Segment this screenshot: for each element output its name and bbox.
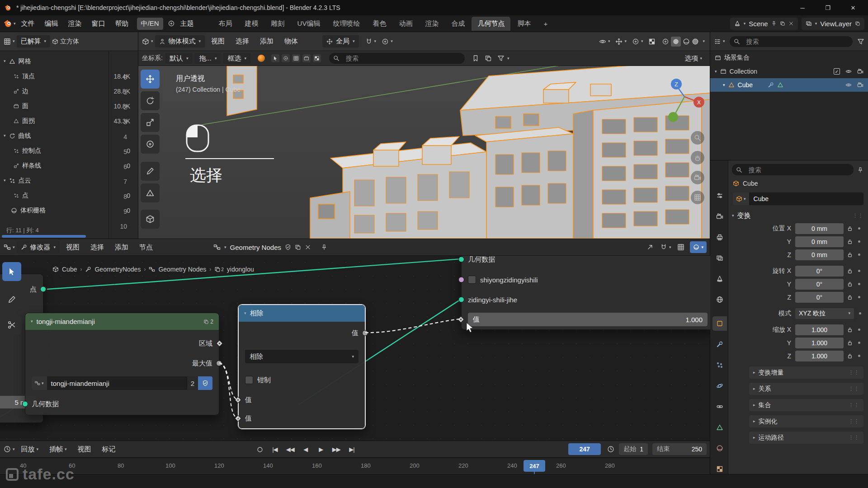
node-tool-cut-links[interactable] <box>2 315 21 334</box>
node-group-tongji[interactable]: ▾ tongji-miandemianji 2 区域 最大值 <box>25 313 219 415</box>
lock-icon[interactable] <box>847 327 853 333</box>
transform-orientation-dropdown[interactable]: 全局▾ <box>322 35 359 47</box>
tool-scale[interactable] <box>141 113 160 132</box>
select-mode-2-icon[interactable] <box>282 54 290 62</box>
select-mode-1-icon[interactable] <box>271 54 279 62</box>
filter-funnel-icon[interactable] <box>497 55 505 62</box>
geometry2-input-socket[interactable] <box>458 297 464 303</box>
tab-object-data[interactable] <box>712 420 727 435</box>
select-box-dropdown[interactable]: 框选▾ <box>223 53 250 64</box>
playhead[interactable]: 247 <box>524 460 545 472</box>
section-relations[interactable]: ▸关系⋮⋮ <box>749 383 863 395</box>
decorator-dot[interactable] <box>858 296 860 298</box>
viewport-menu-view[interactable]: 视图 <box>207 32 229 51</box>
decorator-dot[interactable] <box>858 227 860 230</box>
play-button[interactable]: ▶ <box>314 443 328 455</box>
viewport-search[interactable] <box>329 53 465 64</box>
camera-view-button[interactable] <box>691 171 704 184</box>
shield-icon[interactable] <box>285 244 291 250</box>
viewport-menu-select[interactable]: 选择 <box>231 32 254 51</box>
timeline-ruler[interactable]: 4060 80100 120140 160180 200220 240260 2… <box>0 458 710 474</box>
shading-wireframe-icon[interactable] <box>662 38 669 45</box>
hide-eye-icon[interactable] <box>845 82 852 88</box>
tab-geometry-nodes[interactable]: 几何节点 <box>472 17 510 31</box>
timeline-menu-marker[interactable]: 标记 <box>98 441 120 457</box>
new-scene-icon[interactable] <box>780 21 785 26</box>
node-menu-select[interactable]: 选择 <box>86 239 108 255</box>
coord-default-dropdown[interactable]: 默认▾ <box>165 53 193 64</box>
mode-dropdown[interactable]: 物体模式▾ <box>155 35 205 47</box>
xray-toggle-icon[interactable] <box>648 38 656 45</box>
section-delta-transform[interactable]: ▸变换增量⋮⋮ <box>749 366 863 379</box>
decorator-dot[interactable] <box>858 328 860 331</box>
tab-compositing[interactable]: 合成 <box>445 17 471 31</box>
rot-y-field[interactable]: 0° <box>795 279 844 290</box>
tab-viewlayer[interactable] <box>712 251 727 265</box>
shading-solid-icon[interactable] <box>671 37 681 47</box>
outliner-collection[interactable]: ▾ Collection ✓ <box>710 65 868 78</box>
tab-modifiers[interactable] <box>712 337 727 352</box>
outliner-search[interactable] <box>730 36 853 47</box>
zoom-button[interactable] <box>691 131 704 145</box>
node-menu-view[interactable]: 视图 <box>61 239 84 255</box>
node-header[interactable]: ▾ 相除 <box>239 305 365 322</box>
use-preview-range-icon[interactable] <box>607 446 614 453</box>
outliner-object-cube[interactable]: ▾ Cube <box>710 78 868 92</box>
properties-search[interactable] <box>732 164 854 175</box>
tab-modeling[interactable]: 建模 <box>239 17 264 31</box>
output-max[interactable]: 最大值 <box>25 353 219 373</box>
row-geometry[interactable]: 几何数据 <box>462 256 710 270</box>
input-value-2[interactable]: 值 <box>239 408 365 428</box>
node-context-dropdown[interactable]: 修改器▾ <box>17 241 60 253</box>
bookmark-icon[interactable] <box>472 55 479 62</box>
lock-icon[interactable] <box>847 281 853 287</box>
tab-output[interactable] <box>712 230 727 244</box>
viewport-search-input[interactable] <box>342 53 461 64</box>
value-output-socket[interactable] <box>362 330 368 336</box>
tab-constraints[interactable] <box>712 399 727 414</box>
geometry-input-socket[interactable] <box>458 257 464 263</box>
scene-selector[interactable]: ▾ Scene <box>730 18 798 30</box>
outliner-search-input[interactable] <box>743 36 849 47</box>
dataset-mesh[interactable]: ▾网格 <box>0 54 138 69</box>
transform-panel-header[interactable]: ▾ 变换 ⋮⋮ <box>728 207 868 222</box>
unlink-tree-icon[interactable] <box>305 244 311 250</box>
tool-measure[interactable] <box>141 183 160 202</box>
prev-keyframe-button[interactable]: ◀◀ <box>283 443 297 455</box>
shading-material-icon[interactable] <box>683 38 690 45</box>
lock-icon[interactable] <box>847 225 853 232</box>
tab-rendering[interactable]: 渲染 <box>419 17 444 31</box>
properties-search-input[interactable] <box>745 164 849 175</box>
operation-dropdown[interactable]: 相除▾ <box>239 344 365 369</box>
bool-input-socket[interactable] <box>458 277 464 283</box>
render-camera-icon[interactable] <box>857 82 863 88</box>
node-group-output[interactable]: 几何数据 shiyongzidingyishili zidingyi-shili… <box>461 256 710 330</box>
select-mode-3-icon[interactable] <box>292 54 300 62</box>
timeline-menu-view[interactable]: 视图 <box>73 441 96 457</box>
tab-scripting[interactable]: 脚本 <box>511 17 537 31</box>
lock-icon[interactable] <box>847 252 853 258</box>
value-slider[interactable]: 值 1.000 <box>468 313 708 326</box>
section-instancing[interactable]: ▸实例化⋮⋮ <box>749 415 863 427</box>
pan-hand-button[interactable] <box>691 151 704 164</box>
overlays-icon[interactable] <box>632 38 639 45</box>
tab-texture[interactable] <box>712 462 727 476</box>
decorator-dot[interactable] <box>858 355 860 357</box>
outliner-scene-collection[interactable]: 场景集合 <box>710 51 868 65</box>
clamp-checkbox[interactable] <box>245 376 253 384</box>
tool-move[interactable] <box>141 70 160 89</box>
tab-uv-editing[interactable]: UV编辑 <box>292 17 326 31</box>
node-tool-select[interactable] <box>2 262 21 281</box>
pin-icon[interactable] <box>771 21 777 26</box>
section-motion-paths[interactable]: ▸运动路径⋮⋮ <box>749 432 863 444</box>
collection-checkbox[interactable]: ✓ <box>834 68 840 75</box>
object-name-field[interactable]: Cube <box>749 192 863 205</box>
menu-render[interactable]: 渲染 <box>64 15 86 32</box>
tab-shading[interactable]: 着色 <box>367 17 392 31</box>
tab-animation[interactable]: 动画 <box>393 17 418 31</box>
menu-help[interactable]: 帮助 <box>111 15 133 32</box>
blender-menu-icon[interactable] <box>4 19 13 28</box>
proportional-edit-icon[interactable] <box>382 38 389 45</box>
spreadsheet-hscrollbar[interactable] <box>2 235 86 238</box>
scale-y-field[interactable]: 1.000 <box>795 338 844 348</box>
